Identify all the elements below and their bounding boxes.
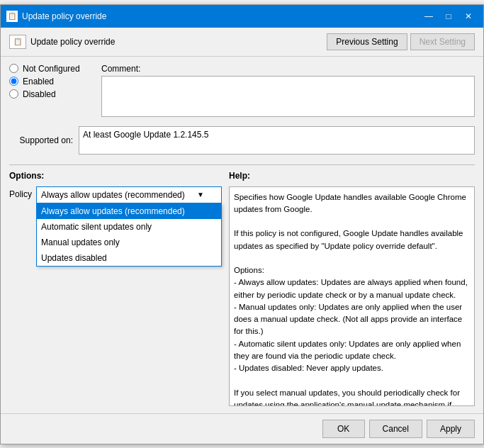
close-button[interactable]: ✕ [459, 9, 478, 23]
enabled-radio-item[interactable]: Enabled [9, 77, 101, 86]
enabled-radio[interactable] [9, 77, 18, 86]
header-title: Update policy override [30, 37, 115, 47]
dropdown-item-1[interactable]: Automatic silent updates only [37, 219, 221, 235]
help-paragraph-2: If this policy is not configured, Google… [234, 228, 470, 252]
footer: OK Cancel Apply [1, 413, 483, 444]
content-area: Not Configured Enabled Disabled Comment:… [1, 57, 483, 413]
custom-dropdown[interactable]: Always allow updates (recommended) ▼ Alw… [36, 186, 222, 203]
help-panel: Help: Specifies how Google Update handle… [229, 171, 475, 406]
dropdown-item-3[interactable]: Updates disabled [37, 250, 221, 266]
disabled-radio-item[interactable]: Disabled [9, 89, 101, 99]
minimize-button[interactable]: — [420, 9, 438, 23]
main-window: 📋 Update policy override — □ ✕ 📋 Update … [0, 4, 484, 444]
previous-setting-button[interactable]: Previous Setting [327, 33, 407, 50]
header-buttons: Previous Setting Next Setting [327, 33, 475, 50]
cancel-button[interactable]: Cancel [369, 420, 422, 438]
maximize-button[interactable]: □ [439, 9, 458, 23]
disabled-radio[interactable] [9, 89, 18, 99]
supported-label: Supported on: [9, 135, 73, 145]
header-bar: 📋 Update policy override Previous Settin… [1, 28, 483, 57]
options-title: Options: [9, 171, 222, 181]
dropdown-item-0[interactable]: Always allow updates (recommended) [37, 203, 221, 219]
header-left: 📋 Update policy override [9, 35, 115, 49]
disabled-label[interactable]: Disabled [23, 89, 56, 99]
policy-label: Policy [9, 186, 32, 199]
radio-section: Not Configured Enabled Disabled [9, 64, 101, 99]
supported-value: At least Google Update 1.2.145.5 [79, 126, 475, 155]
divider [9, 164, 475, 165]
options-panel: Options: Policy Always allow updates (re… [9, 171, 222, 406]
title-bar-controls: — □ ✕ [420, 9, 478, 23]
radio-comment-row: Not Configured Enabled Disabled Comment: [9, 64, 475, 126]
dropdown-chevron-icon: ▼ [197, 191, 204, 198]
supported-row: Supported on: At least Google Update 1.2… [9, 126, 475, 155]
window-title: Update policy override [22, 11, 106, 21]
help-paragraph-4: If you select manual updates, you should… [234, 387, 470, 406]
dropdown-list: Always allow updates (recommended) Autom… [36, 203, 222, 267]
title-bar: 📋 Update policy override — □ ✕ [1, 5, 483, 28]
not-configured-radio[interactable] [9, 64, 18, 73]
header-icon: 📋 [9, 35, 26, 49]
help-paragraph-3: Options: - Always allow updates: Updates… [234, 264, 470, 374]
comment-textarea[interactable] [101, 76, 475, 117]
ok-button[interactable]: OK [322, 420, 365, 438]
next-setting-button[interactable]: Next Setting [410, 33, 475, 50]
comment-section: Comment: [101, 64, 475, 119]
not-configured-label[interactable]: Not Configured [23, 64, 80, 74]
not-configured-radio-item[interactable]: Not Configured [9, 64, 101, 74]
help-title: Help: [229, 171, 475, 181]
selected-option-label: Always allow updates (recommended) [41, 190, 185, 200]
supported-text: At least Google Update 1.2.145.5 [83, 130, 208, 140]
help-text-box: Specifies how Google Update handles avai… [229, 186, 475, 406]
policy-dropdown-container: Always allow updates (recommended) ▼ Alw… [36, 186, 222, 203]
policy-row: Policy Always allow updates (recommended… [9, 186, 222, 203]
window-icon: 📋 [6, 11, 18, 22]
help-paragraph-1: Specifies how Google Update handles avai… [234, 191, 470, 216]
dropdown-selected[interactable]: Always allow updates (recommended) ▼ [36, 186, 222, 203]
options-help-row: Options: Policy Always allow updates (re… [9, 171, 475, 406]
apply-button[interactable]: Apply [427, 420, 475, 438]
comment-label: Comment: [101, 64, 475, 74]
dropdown-item-2[interactable]: Manual updates only [37, 235, 221, 250]
title-bar-left: 📋 Update policy override [6, 11, 106, 22]
enabled-label[interactable]: Enabled [23, 77, 54, 86]
